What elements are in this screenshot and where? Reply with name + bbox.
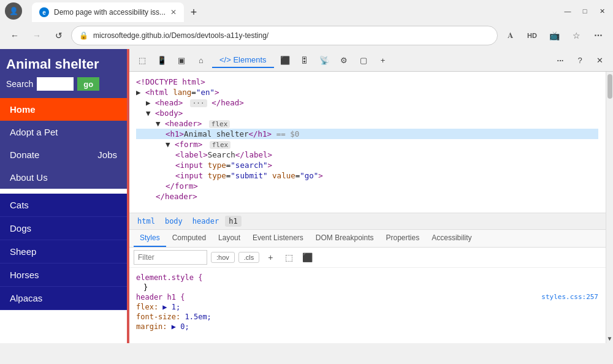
minimize-button[interactable]: — bbox=[562, 5, 574, 17]
font-size-value: 1.5em; bbox=[185, 313, 211, 321]
tab-event-listeners[interactable]: Event Listeners bbox=[246, 230, 310, 247]
refresh-button[interactable]: ↺ bbox=[49, 26, 69, 45]
tab-perf-button[interactable]: ⚙ bbox=[335, 51, 352, 69]
animal-horses[interactable]: Horses bbox=[0, 264, 127, 287]
window-controls: — □ ✕ bbox=[562, 5, 608, 17]
tab-layout[interactable]: Layout bbox=[212, 230, 246, 247]
nav-about-link[interactable]: About Us bbox=[0, 166, 127, 189]
tab-bar: e Demo page with accessibility iss... ✕ … bbox=[27, 0, 562, 22]
forward-button[interactable]: → bbox=[27, 26, 47, 45]
animals-list: Cats Dogs Sheep Horses Alpacas bbox=[0, 194, 127, 310]
tab-app-button[interactable]: ▢ bbox=[355, 51, 372, 69]
edge-icon: e bbox=[39, 7, 49, 17]
tree-input-search[interactable]: <input type="search"> bbox=[136, 160, 598, 170]
read-aloud-button[interactable]: 𝐀 bbox=[500, 26, 520, 45]
styles-tabs: Styles Computed Layout Event Listeners D… bbox=[129, 230, 606, 248]
tab-computed[interactable]: Computed bbox=[166, 230, 212, 247]
font-size-property: font-size: bbox=[136, 313, 180, 321]
flex-property: flex: bbox=[136, 303, 158, 311]
tab-close-button[interactable]: ✕ bbox=[170, 8, 177, 17]
animal-dogs[interactable]: Dogs bbox=[0, 217, 127, 240]
breadcrumb-bar: html body header h1 bbox=[129, 213, 606, 230]
tab-more-button[interactable]: + bbox=[375, 51, 392, 69]
animal-alpacas[interactable]: Alpacas bbox=[0, 287, 127, 310]
tree-html[interactable]: ▶ <html lang="en"> bbox=[136, 87, 598, 97]
scroll-thumb-top[interactable] bbox=[607, 74, 612, 99]
breadcrumb-header[interactable]: header bbox=[189, 216, 223, 227]
active-tab[interactable]: e Demo page with accessibility iss... ✕ bbox=[32, 2, 184, 22]
devtools-close-button[interactable]: ✕ bbox=[591, 51, 608, 69]
filter-plus-icon[interactable]: + bbox=[263, 250, 278, 265]
home-devtools-button[interactable]: ⌂ bbox=[192, 51, 210, 69]
devtools-toolbar: ⬚ 📱 ▣ ⌂ </> Elements ⬛ 🎛 📡 ⚙ ▢ + ··· ? ✕ bbox=[129, 49, 613, 72]
doctype-tag: <!DOCTYPE html> bbox=[136, 77, 205, 86]
tree-h1[interactable]: <h1>Animal shelter</h1> == $0 bbox=[136, 129, 598, 139]
site-header: Animal shelter Search go bbox=[0, 49, 127, 98]
tree-form[interactable]: ▼ <form> flex bbox=[136, 139, 598, 150]
nav-jobs-link[interactable]: Jobs bbox=[88, 143, 127, 166]
margin-property: margin: bbox=[136, 322, 167, 331]
title-bar: 👤 e Demo page with accessibility iss... … bbox=[0, 0, 613, 22]
tab-network-button[interactable]: 📡 bbox=[316, 51, 333, 69]
address-bar[interactable]: 🔒 microsoftedge.github.io/Demos/devtools… bbox=[71, 26, 498, 45]
favorites-button[interactable]: ☆ bbox=[566, 26, 586, 45]
styles-link[interactable]: styles.css:257 bbox=[541, 293, 598, 301]
back-button[interactable]: ← bbox=[5, 26, 25, 45]
devtools-main: <!DOCTYPE html> ▶ <html lang="en"> ▶ <he… bbox=[129, 72, 606, 343]
site-search-form: Search go bbox=[6, 77, 121, 91]
element-style-close: } bbox=[143, 282, 598, 292]
breadcrumb-h1[interactable]: h1 bbox=[225, 216, 241, 227]
filter-hov-button[interactable]: :hov bbox=[211, 252, 235, 263]
scroll-arrow-down[interactable]: ▼ bbox=[607, 335, 612, 342]
filter-cls-button[interactable]: .cls bbox=[238, 252, 260, 263]
tree-head[interactable]: ▶ <head> ··· </head> bbox=[136, 97, 598, 108]
devtools-scrollbar[interactable]: ▼ bbox=[606, 72, 613, 343]
tab-styles[interactable]: Styles bbox=[134, 230, 166, 247]
filter-icon2[interactable]: ⬚ bbox=[281, 250, 296, 265]
inspect-element-button[interactable]: ⬚ bbox=[134, 51, 151, 69]
header-h1-selector-line: styles.css:257 header h1 { bbox=[136, 292, 598, 302]
maximize-button[interactable]: □ bbox=[579, 5, 591, 17]
animal-sheep[interactable]: Sheep bbox=[0, 240, 127, 264]
nav-adopt-link[interactable]: Adopt a Pet bbox=[0, 121, 127, 143]
nav-donate-link[interactable]: Donate bbox=[0, 143, 88, 166]
tab-accessibility[interactable]: Accessibility bbox=[425, 230, 478, 247]
cast-button[interactable]: 📺 bbox=[544, 26, 564, 45]
animal-cats[interactable]: Cats bbox=[0, 194, 127, 217]
more-button[interactable]: ··· bbox=[588, 26, 608, 45]
close-button[interactable]: ✕ bbox=[596, 5, 608, 17]
device-emulation-button[interactable]: 📱 bbox=[153, 51, 170, 69]
tab-dom-breakpoints[interactable]: DOM Breakpoints bbox=[310, 230, 380, 247]
nav-bar: ← → ↺ 🔒 microsoftedge.github.io/Demos/de… bbox=[0, 22, 613, 49]
tree-body[interactable]: ▼ <body> bbox=[136, 108, 598, 118]
search-input[interactable] bbox=[37, 77, 74, 91]
breadcrumb-html[interactable]: html bbox=[134, 216, 159, 227]
flex-value: ▶ 1; bbox=[162, 303, 180, 311]
lock-icon: 🔒 bbox=[79, 31, 88, 40]
styles-filter-input[interactable] bbox=[134, 250, 207, 265]
profile-avatar[interactable]: 👤 bbox=[5, 2, 22, 20]
site-title: Animal shelter bbox=[6, 56, 121, 72]
tab-elements[interactable]: </> Elements bbox=[212, 53, 274, 68]
tree-label[interactable]: <label>Search</label> bbox=[136, 150, 598, 160]
toggle-sidebar-button[interactable]: ▣ bbox=[173, 51, 190, 69]
html-tree[interactable]: <!DOCTYPE html> ▶ <html lang="en"> ▶ <he… bbox=[129, 72, 606, 213]
devtools-help-button[interactable]: ? bbox=[571, 51, 588, 69]
nav-donate-jobs-row: Donate Jobs bbox=[0, 143, 127, 166]
nav-home-link[interactable]: Home bbox=[0, 98, 127, 121]
devtools-panel: ⬚ 📱 ▣ ⌂ </> Elements ⬛ 🎛 📡 ⚙ ▢ + ··· ? ✕ bbox=[129, 49, 613, 343]
hd-button[interactable]: HD bbox=[522, 26, 542, 45]
tab-sources-button[interactable]: 🎛 bbox=[296, 51, 313, 69]
new-tab-button[interactable]: + bbox=[184, 2, 204, 22]
filter-icon3[interactable]: ⬛ bbox=[300, 250, 314, 265]
devtools-more-button[interactable]: ··· bbox=[552, 51, 569, 69]
tab-console-button[interactable]: ⬛ bbox=[276, 51, 294, 69]
tree-input-submit[interactable]: <input type="submit" value="go"> bbox=[136, 170, 598, 181]
search-go-button[interactable]: go bbox=[77, 77, 99, 91]
breadcrumb-body[interactable]: body bbox=[161, 216, 186, 227]
tree-doctype: <!DOCTYPE html> bbox=[136, 77, 598, 87]
tree-header[interactable]: ▼ <header> flex bbox=[136, 118, 598, 129]
tab-properties[interactable]: Properties bbox=[380, 230, 426, 247]
header-h1-selector: header h1 { bbox=[136, 293, 185, 301]
tree-form-close: </form> bbox=[136, 181, 598, 191]
